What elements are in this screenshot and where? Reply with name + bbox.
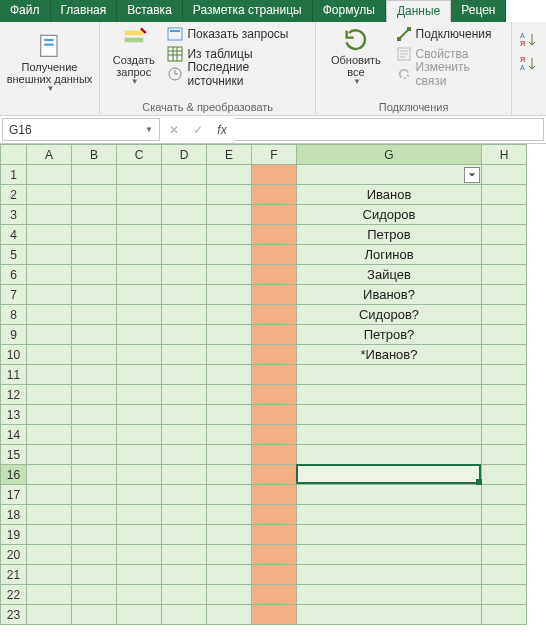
connections-button[interactable]: Подключения <box>392 24 507 44</box>
column-header-E[interactable]: E <box>207 145 252 165</box>
cell-F23[interactable] <box>252 605 297 625</box>
cell-D23[interactable] <box>162 605 207 625</box>
cell-B5[interactable] <box>72 245 117 265</box>
cell-G18[interactable] <box>297 505 482 525</box>
cell-E20[interactable] <box>207 545 252 565</box>
cell-H1[interactable] <box>482 165 527 185</box>
cell-F18[interactable] <box>252 505 297 525</box>
cell-H5[interactable] <box>482 245 527 265</box>
cell-C22[interactable] <box>117 585 162 605</box>
cell-H10[interactable] <box>482 345 527 365</box>
cell-C16[interactable] <box>117 465 162 485</box>
row-header-7[interactable]: 7 <box>1 285 27 305</box>
column-header-F[interactable]: F <box>252 145 297 165</box>
cell-E19[interactable] <box>207 525 252 545</box>
cell-G23[interactable] <box>297 605 482 625</box>
tab-formulas[interactable]: Формулы <box>313 0 386 22</box>
cell-D20[interactable] <box>162 545 207 565</box>
cell-H3[interactable] <box>482 205 527 225</box>
cell-C14[interactable] <box>117 425 162 445</box>
cell-G14[interactable] <box>297 425 482 445</box>
row-header-2[interactable]: 2 <box>1 185 27 205</box>
row-header-9[interactable]: 9 <box>1 325 27 345</box>
tab-file[interactable]: Файл <box>0 0 51 22</box>
cell-B11[interactable] <box>72 365 117 385</box>
column-header-A[interactable]: A <box>27 145 72 165</box>
tab-review[interactable]: Рецен <box>451 0 506 22</box>
row-header-13[interactable]: 13 <box>1 405 27 425</box>
cell-D17[interactable] <box>162 485 207 505</box>
cell-D22[interactable] <box>162 585 207 605</box>
cell-D13[interactable] <box>162 405 207 425</box>
cell-F4[interactable] <box>252 225 297 245</box>
cell-F19[interactable] <box>252 525 297 545</box>
cell-G11[interactable] <box>297 365 482 385</box>
cell-A3[interactable] <box>27 205 72 225</box>
cell-D16[interactable] <box>162 465 207 485</box>
tab-data[interactable]: Данные <box>386 0 451 22</box>
cell-B1[interactable] <box>72 165 117 185</box>
row-header-23[interactable]: 23 <box>1 605 27 625</box>
fx-icon[interactable]: fx <box>210 123 234 137</box>
cell-F20[interactable] <box>252 545 297 565</box>
column-header-G[interactable]: G <box>297 145 482 165</box>
cell-E16[interactable] <box>207 465 252 485</box>
row-header-19[interactable]: 19 <box>1 525 27 545</box>
cell-H20[interactable] <box>482 545 527 565</box>
cell-D3[interactable] <box>162 205 207 225</box>
cell-F17[interactable] <box>252 485 297 505</box>
row-header-3[interactable]: 3 <box>1 205 27 225</box>
cell-H6[interactable] <box>482 265 527 285</box>
cell-G20[interactable] <box>297 545 482 565</box>
cell-C13[interactable] <box>117 405 162 425</box>
cell-A10[interactable] <box>27 345 72 365</box>
cell-F6[interactable] <box>252 265 297 285</box>
cell-F12[interactable] <box>252 385 297 405</box>
cell-E8[interactable] <box>207 305 252 325</box>
cell-H12[interactable] <box>482 385 527 405</box>
cell-D15[interactable] <box>162 445 207 465</box>
row-header-4[interactable]: 4 <box>1 225 27 245</box>
cell-C12[interactable] <box>117 385 162 405</box>
cell-E11[interactable] <box>207 365 252 385</box>
select-all-corner[interactable] <box>1 145 27 165</box>
cell-F16[interactable] <box>252 465 297 485</box>
cell-G5[interactable]: Логинов <box>297 245 482 265</box>
get-external-data-button[interactable]: Получение внешних данных ▼ <box>4 31 95 94</box>
cell-B19[interactable] <box>72 525 117 545</box>
cell-C18[interactable] <box>117 505 162 525</box>
cell-C10[interactable] <box>117 345 162 365</box>
filter-dropdown-button[interactable] <box>464 167 480 183</box>
cell-D4[interactable] <box>162 225 207 245</box>
row-header-16[interactable]: 16 <box>1 465 27 485</box>
cell-A20[interactable] <box>27 545 72 565</box>
cell-A9[interactable] <box>27 325 72 345</box>
cell-H11[interactable] <box>482 365 527 385</box>
tab-insert[interactable]: Вставка <box>117 0 183 22</box>
refresh-all-button[interactable]: Обновить все ▼ <box>320 24 391 87</box>
cell-A7[interactable] <box>27 285 72 305</box>
cell-C7[interactable] <box>117 285 162 305</box>
cell-D19[interactable] <box>162 525 207 545</box>
cell-E2[interactable] <box>207 185 252 205</box>
cell-E1[interactable] <box>207 165 252 185</box>
cell-D6[interactable] <box>162 265 207 285</box>
cell-F15[interactable] <box>252 445 297 465</box>
cell-A13[interactable] <box>27 405 72 425</box>
cell-G19[interactable] <box>297 525 482 545</box>
cell-F3[interactable] <box>252 205 297 225</box>
cell-D2[interactable] <box>162 185 207 205</box>
cell-E22[interactable] <box>207 585 252 605</box>
row-header-1[interactable]: 1 <box>1 165 27 185</box>
cell-H21[interactable] <box>482 565 527 585</box>
cell-C21[interactable] <box>117 565 162 585</box>
cell-D10[interactable] <box>162 345 207 365</box>
cell-F11[interactable] <box>252 365 297 385</box>
cell-G21[interactable] <box>297 565 482 585</box>
cell-G12[interactable] <box>297 385 482 405</box>
cell-H18[interactable] <box>482 505 527 525</box>
cell-H7[interactable] <box>482 285 527 305</box>
row-header-22[interactable]: 22 <box>1 585 27 605</box>
cell-H22[interactable] <box>482 585 527 605</box>
cell-C23[interactable] <box>117 605 162 625</box>
